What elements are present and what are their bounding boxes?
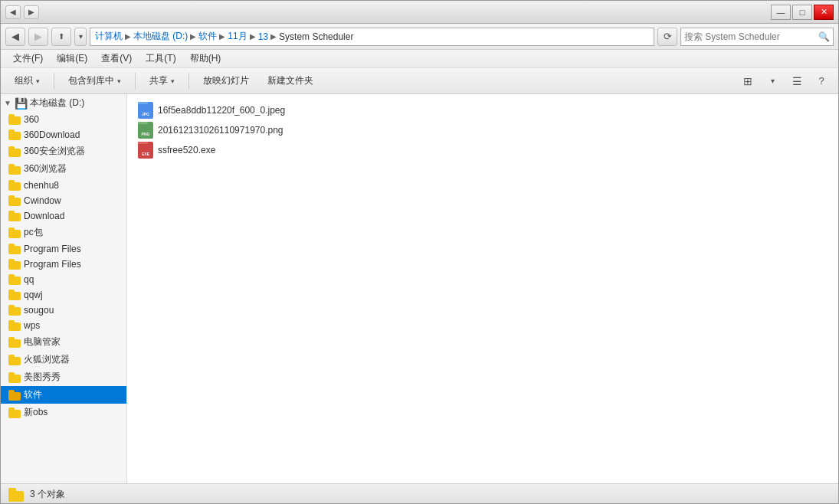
folder-icon xyxy=(8,114,21,125)
sidebar-item-newobs[interactable]: 新obs xyxy=(1,404,126,421)
organize-label: 组织 xyxy=(15,74,33,87)
sidebar-item-pc-manager[interactable]: 电脑管家 xyxy=(1,333,126,351)
menu-file[interactable]: 文件(F) xyxy=(7,51,49,67)
breadcrumb-day[interactable]: 13 xyxy=(258,31,268,42)
file-item-exe[interactable]: EXE ssfree520.exe xyxy=(133,140,832,160)
new-folder-label: 新建文件夹 xyxy=(267,74,313,87)
sidebar-item-sougou[interactable]: sougou xyxy=(1,303,126,318)
breadcrumb-current: System Scheduler xyxy=(279,31,353,42)
menu-view[interactable]: 查看(V) xyxy=(95,51,138,67)
view-grid-button[interactable]: ⊞ xyxy=(737,71,759,91)
window-controls: — □ ✕ xyxy=(771,5,834,20)
sidebar-item-360[interactable]: 360 xyxy=(1,112,126,127)
jpeg-file-icon: JPG xyxy=(138,103,153,118)
refresh-button[interactable]: ⟳ xyxy=(657,28,677,46)
title-bar: ◀ ▶ — □ ✕ xyxy=(1,1,838,24)
status-folder-icon xyxy=(8,488,24,502)
search-input[interactable] xyxy=(684,31,818,42)
folder-icon xyxy=(8,180,21,191)
include-button[interactable]: 包含到库中 ▾ xyxy=(61,70,129,92)
breadcrumb-bar[interactable]: 计算机 ▶ 本地磁盘 (D:) ▶ 软件 ▶ 11月 ▶ 13 ▶ System… xyxy=(90,28,654,46)
sidebar-item-360browser-safe[interactable]: 360安全浏览器 xyxy=(1,142,126,160)
folder-icon xyxy=(8,407,21,418)
menu-tools[interactable]: 工具(T) xyxy=(139,51,182,67)
up-button[interactable]: ⬆ xyxy=(51,28,71,46)
main-content: ▼ 💾 本地磁盘 (D:) 360 360Download 360安全浏览器 3… xyxy=(1,94,838,483)
folder-label: sougou xyxy=(24,305,54,316)
folder-icon xyxy=(8,259,21,270)
view-dropdown-button[interactable]: ▾ xyxy=(762,71,783,91)
forward-button[interactable]: ▶ xyxy=(28,28,48,46)
sidebar-item-firefox[interactable]: 火狐浏览器 xyxy=(1,351,126,368)
svg-text:JPG: JPG xyxy=(142,112,149,116)
search-bar[interactable]: 🔍 xyxy=(680,28,834,46)
folder-icon xyxy=(8,211,21,221)
minimize-button[interactable]: — xyxy=(771,5,791,20)
folder-icon xyxy=(8,337,21,348)
folder-icon xyxy=(8,320,21,331)
folder-label: 新obs xyxy=(24,406,48,419)
sidebar-item-360browser[interactable]: 360浏览器 xyxy=(1,160,126,178)
search-icon: 🔍 xyxy=(818,31,830,42)
breadcrumb-drive[interactable]: 本地磁盘 (D:) xyxy=(133,30,188,43)
sidebar-item-qq[interactable]: qq xyxy=(1,272,126,287)
file-item-jpeg[interactable]: JPG 16f5ea8ddb11220f_600_0.jpeg xyxy=(133,100,832,120)
toolbar-separator-3 xyxy=(188,73,189,90)
breadcrumb-software[interactable]: 软件 xyxy=(198,30,217,43)
share-button[interactable]: 共享 ▾ xyxy=(142,70,182,92)
menu-help[interactable]: 帮助(H) xyxy=(184,51,228,67)
folder-label: qqwj xyxy=(24,290,43,300)
recent-button[interactable]: ▾ xyxy=(74,28,87,46)
view-details-button[interactable]: ☰ xyxy=(786,71,808,91)
new-folder-button[interactable]: 新建文件夹 xyxy=(260,70,321,92)
breadcrumb-computer[interactable]: 计算机 xyxy=(95,30,123,43)
folder-label: wps xyxy=(24,320,40,331)
folder-icon xyxy=(8,274,21,285)
folder-label: 360安全浏览器 xyxy=(24,145,85,158)
sidebar-item-programfiles2[interactable]: Program Files xyxy=(1,257,126,272)
share-label: 共享 xyxy=(149,74,168,87)
title-nav-forward[interactable]: ▶ xyxy=(24,5,39,19)
back-button[interactable]: ◀ xyxy=(5,28,25,46)
sidebar-item-meitu[interactable]: 美图秀秀 xyxy=(1,368,126,386)
svg-text:EXE: EXE xyxy=(142,152,150,156)
sidebar-item-software[interactable]: 软件 xyxy=(1,386,126,404)
address-bar: ◀ ▶ ⬆ ▾ 计算机 ▶ 本地磁盘 (D:) ▶ 软件 ▶ 11月 ▶ 13 … xyxy=(1,24,838,50)
sidebar-item-wps[interactable]: wps xyxy=(1,318,126,333)
slideshow-label: 放映幻灯片 xyxy=(203,74,249,87)
share-dropdown-icon: ▾ xyxy=(171,77,175,85)
sidebar-item-360download[interactable]: 360Download xyxy=(1,127,126,142)
close-button[interactable]: ✕ xyxy=(814,5,834,20)
folder-label: 360 xyxy=(24,114,39,125)
sidebar-item-programfiles1[interactable]: Program Files xyxy=(1,241,126,257)
folder-label: 火狐浏览器 xyxy=(24,353,70,366)
file-name: 201612131026110971970.png xyxy=(158,125,283,136)
sidebar-item-download[interactable]: Download xyxy=(1,208,126,224)
breadcrumb-month[interactable]: 11月 xyxy=(228,30,247,43)
menu-edit[interactable]: 编辑(E) xyxy=(51,51,93,67)
sidebar-item-chenhu8[interactable]: chenhu8 xyxy=(1,178,126,193)
folder-label: 360浏览器 xyxy=(24,162,67,175)
folder-label: Program Files xyxy=(24,244,81,254)
organize-dropdown-icon: ▾ xyxy=(36,77,40,85)
maximize-button[interactable]: □ xyxy=(792,5,812,20)
organize-button[interactable]: 组织 ▾ xyxy=(7,70,48,92)
toolbar: 组织 ▾ 包含到库中 ▾ 共享 ▾ 放映幻灯片 新建文件夹 ⊞ ▾ ☰ ? xyxy=(1,68,838,94)
svg-rect-4 xyxy=(138,122,148,124)
help-button[interactable]: ? xyxy=(811,71,832,91)
sidebar-item-cwindow[interactable]: Cwindow xyxy=(1,193,126,208)
slideshow-button[interactable]: 放映幻灯片 xyxy=(195,70,257,92)
folder-icon xyxy=(8,195,21,206)
folder-icon xyxy=(8,129,21,140)
drive-icon: 💾 xyxy=(15,98,27,109)
sidebar-item-qqwj[interactable]: qqwj xyxy=(1,287,126,303)
file-item-png[interactable]: PNG 201612131026110971970.png xyxy=(133,120,832,140)
title-nav-back[interactable]: ◀ xyxy=(5,5,21,19)
folder-icon xyxy=(8,227,21,238)
folder-label: Cwindow xyxy=(24,195,61,206)
sidebar-root-drive[interactable]: ▼ 💾 本地磁盘 (D:) xyxy=(1,94,126,112)
sidebar-item-pcbag[interactable]: pc包 xyxy=(1,224,126,241)
folder-label: 电脑管家 xyxy=(24,335,61,349)
file-name: 16f5ea8ddb11220f_600_0.jpeg xyxy=(158,105,285,116)
collapse-icon: ▼ xyxy=(4,99,11,107)
